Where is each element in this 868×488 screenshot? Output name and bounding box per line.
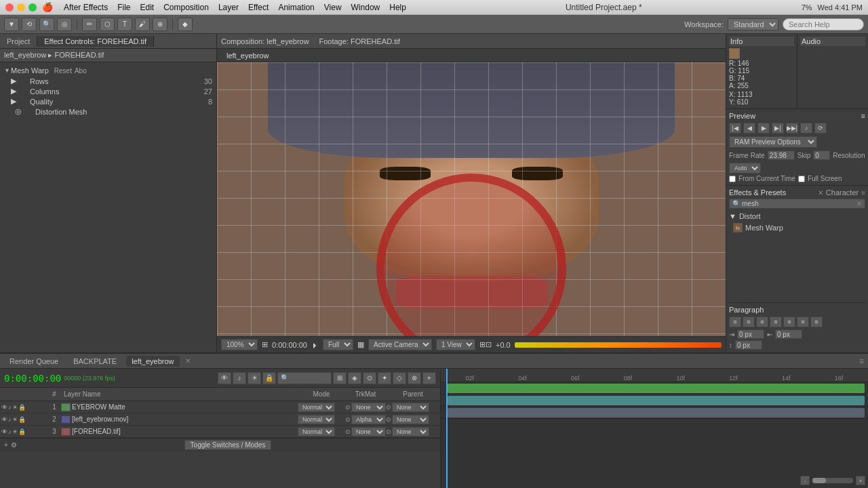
eye-3-icon[interactable]: 👁 xyxy=(1,428,7,435)
right-indent-input[interactable] xyxy=(775,329,802,339)
skip-to-end-btn[interactable]: ▶▶| xyxy=(786,123,798,134)
full-screen-checkbox[interactable] xyxy=(798,176,805,182)
mesh-warp-ep-item[interactable]: fx Mesh Warp xyxy=(729,222,865,234)
timeline-menu-icon[interactable]: ≡ xyxy=(859,357,864,366)
lock-2-icon[interactable]: 🔒 xyxy=(18,416,26,423)
selection-tool[interactable]: ▼ xyxy=(4,18,19,31)
zoom-slider[interactable] xyxy=(812,478,853,483)
tab-render-queue[interactable]: Render Queue xyxy=(4,356,64,367)
timeline-playhead[interactable] xyxy=(446,369,448,488)
menu-composition[interactable]: Composition xyxy=(163,3,209,12)
puppet-tool[interactable]: ◆ xyxy=(178,18,193,31)
menu-layer[interactable]: Layer xyxy=(218,3,239,12)
menu-aftereffects[interactable]: After Effects xyxy=(64,3,108,12)
toggle-modes-button[interactable]: Toggle Switches / Modes xyxy=(184,440,272,450)
eye-2-icon[interactable]: 👁 xyxy=(1,416,7,423)
ep-close-icon[interactable]: ✕ xyxy=(818,189,823,197)
brush-tool[interactable]: 🖌 xyxy=(135,18,150,31)
ep-search-input[interactable] xyxy=(742,200,855,207)
layer-2-trkmat-select[interactable]: Alpha xyxy=(351,415,386,424)
mesh-warp-item[interactable]: ▼ Mesh Warp Reset Abo xyxy=(0,65,216,76)
close-tab-icon[interactable]: ✕ xyxy=(185,357,191,365)
tab-effect-controls[interactable]: Effect Controls: FOREHEAD.tif xyxy=(37,36,154,47)
menu-animation[interactable]: Animation xyxy=(278,3,314,12)
align-center-btn[interactable]: ≡ xyxy=(743,317,755,327)
abo-btn[interactable]: Abo xyxy=(75,67,87,75)
close-button[interactable] xyxy=(5,3,14,12)
menu-window[interactable]: Window xyxy=(351,3,380,12)
tl-btn4[interactable]: ✦ xyxy=(378,372,391,384)
zoom-in-btn[interactable]: + xyxy=(856,476,865,485)
layer-visibility-all[interactable]: 👁 xyxy=(218,372,231,384)
mask-tool[interactable]: ⬡ xyxy=(100,18,115,31)
tab-project[interactable]: Project xyxy=(0,36,37,47)
justify-left-btn[interactable]: ≡ xyxy=(770,317,782,327)
quality-dropdown[interactable]: Full xyxy=(323,339,353,350)
minimize-button[interactable] xyxy=(17,3,25,12)
ep-clear-icon[interactable]: ✕ xyxy=(856,200,862,207)
maximize-button[interactable] xyxy=(28,3,37,12)
eye-icon[interactable]: 👁 xyxy=(1,404,7,411)
lock-icon[interactable]: 🔒 xyxy=(18,404,26,411)
left-indent-input[interactable] xyxy=(737,329,764,339)
preview-menu-icon[interactable]: ≡ xyxy=(861,112,865,120)
menu-file[interactable]: File xyxy=(117,3,130,12)
character-tab[interactable]: Character xyxy=(826,188,859,197)
menu-view[interactable]: View xyxy=(324,3,342,12)
solo-3-icon[interactable]: ☀ xyxy=(12,428,18,435)
timeline-search[interactable] xyxy=(277,372,332,384)
align-right-btn[interactable]: ≡ xyxy=(756,317,768,327)
space-before-input[interactable] xyxy=(735,340,762,350)
menu-effect[interactable]: Effect xyxy=(248,3,269,12)
audio-icon[interactable]: ♪ xyxy=(8,404,12,411)
viewer-tab[interactable]: left_eyebrow xyxy=(221,50,274,61)
layer-2-mode-select[interactable]: Normal xyxy=(298,415,335,424)
layer-1-mode-select[interactable]: Normal xyxy=(298,403,335,412)
layer-3-mode-select[interactable]: Normal xyxy=(298,427,335,436)
audio-toggle-all[interactable]: ♪ xyxy=(233,372,246,384)
menu-edit[interactable]: Edit xyxy=(140,3,154,12)
layer-row-3[interactable]: 👁 ♪ ☀ 🔒 3 [FOREHEAD.tif] Normal ⊙ xyxy=(0,426,440,438)
tab-left-eyebrow[interactable]: left_eyebrow xyxy=(126,356,179,367)
layer-1-parent-select[interactable]: None xyxy=(392,403,429,412)
window-controls[interactable] xyxy=(5,3,37,12)
play-btn[interactable]: ▶ xyxy=(757,123,770,134)
audio-3-icon[interactable]: ♪ xyxy=(8,428,12,435)
layer-3-parent-select[interactable]: None xyxy=(392,427,429,436)
camera-tool[interactable]: ◎ xyxy=(57,18,72,31)
zoom-dropdown[interactable]: 100% xyxy=(221,339,258,350)
workspace-dropdown[interactable]: Standard xyxy=(728,18,778,30)
layer-row-2[interactable]: 👁 ♪ ☀ 🔒 2 [left_eyebrow.mov] Normal ⊙ xyxy=(0,413,440,426)
from-current-time-checkbox[interactable] xyxy=(729,176,736,182)
tab-backplate[interactable]: BACKPLATE xyxy=(68,356,122,367)
lock-3-icon[interactable]: 🔒 xyxy=(18,428,26,435)
tl-btn3[interactable]: ⊙ xyxy=(363,372,376,384)
justify-all-btn[interactable]: ≡ xyxy=(810,317,823,327)
ram-preview-dropdown[interactable]: RAM Preview Options xyxy=(729,136,817,148)
resolution-dropdown[interactable]: Auto xyxy=(729,163,761,174)
layer-3-trkmat-select[interactable]: None xyxy=(351,427,386,436)
text-tool[interactable]: T xyxy=(117,18,132,31)
zoom-out-btn[interactable]: - xyxy=(800,476,810,485)
rotation-tool[interactable]: ⟲ xyxy=(22,18,37,31)
layer-2-parent-select[interactable]: None xyxy=(392,415,429,424)
layer-row-1[interactable]: 👁 ♪ ☀ 🔒 1 EYEBROW Matte Normal ⊙ xyxy=(0,401,440,413)
skip-input[interactable] xyxy=(813,150,830,160)
layer-add-btn[interactable]: + xyxy=(4,441,8,449)
timeline-tracks-area[interactable]: 02f 04f 06f 08f 10f 12f 14f 16f xyxy=(441,369,868,488)
camera-dropdown[interactable]: Active Camera xyxy=(368,339,432,350)
layer-1-trkmat-select[interactable]: None xyxy=(351,403,386,412)
reset-btn[interactable]: Reset xyxy=(54,67,72,75)
loop-btn[interactable]: ⟳ xyxy=(814,123,827,134)
view-count-dropdown[interactable]: 1 View xyxy=(436,339,475,350)
lock-toggle-all[interactable]: 🔒 xyxy=(262,372,276,384)
tl-btn1[interactable]: ⊞ xyxy=(333,372,347,384)
tl-btn5[interactable]: ◇ xyxy=(393,372,406,384)
audio-btn[interactable]: ♪ xyxy=(800,123,812,134)
tl-btn7[interactable]: ⌖ xyxy=(422,372,436,384)
ep-menu-icon[interactable]: ≡ xyxy=(861,189,865,197)
align-left-btn[interactable]: ≡ xyxy=(729,317,741,327)
solo-toggle-all[interactable]: ☀ xyxy=(248,372,261,384)
menu-help[interactable]: Help xyxy=(389,3,406,12)
solo-2-icon[interactable]: ☀ xyxy=(12,416,18,423)
